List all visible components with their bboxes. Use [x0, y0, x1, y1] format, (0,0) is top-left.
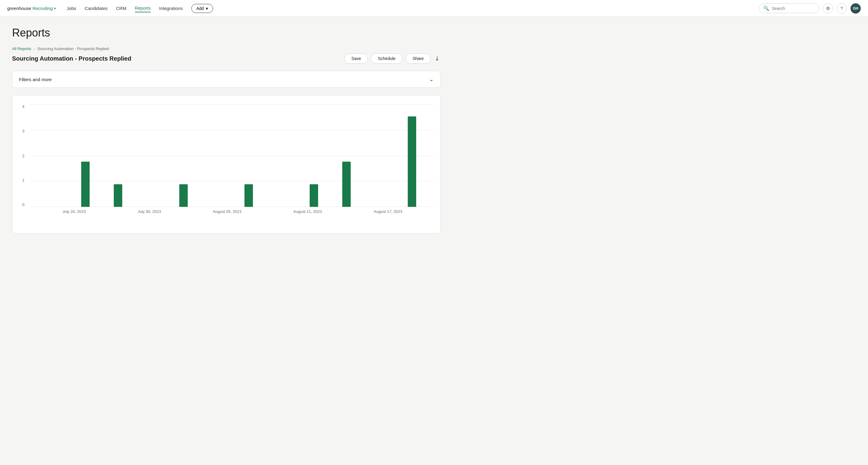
y-label-3: 3 [16, 129, 25, 133]
y-label-0: 0 [16, 202, 25, 207]
add-chevron-icon: ▾ [206, 6, 208, 11]
chart-container: 4 3 2 1 0 July 24, 2023 July 30, 2023 Au [12, 95, 441, 234]
nav-reports[interactable]: Reports [135, 4, 151, 12]
breadcrumb: All Reports › Sourcing Automation - Pros… [12, 46, 441, 51]
bar-group-4 [179, 184, 188, 207]
y-axis: 4 3 2 1 0 [16, 104, 25, 207]
settings-button[interactable]: ⚙ [823, 3, 833, 13]
nav-integrations[interactable]: Integrations [159, 4, 183, 12]
nav-links: Jobs Candidates CRM Reports Integrations… [67, 4, 750, 13]
bar-group-6 [245, 184, 253, 207]
x-label-3: August 11, 2023 [293, 209, 322, 214]
avatar[interactable]: GH [850, 3, 861, 13]
bar-8 [310, 184, 318, 207]
breadcrumb-all-reports[interactable]: All Reports [12, 46, 31, 51]
report-header: Sourcing Automation - Prospects Replied … [12, 54, 441, 64]
bars-area [30, 104, 434, 207]
bar-group-9 [342, 162, 351, 207]
x-axis: July 24, 2023 July 30, 2023 August 05, 2… [30, 207, 434, 219]
save-button[interactable]: Save [344, 54, 368, 64]
report-actions: Save Schedule Share ⤓ [344, 54, 441, 64]
bar-2 [114, 184, 122, 207]
download-icon: ⤓ [435, 56, 439, 62]
search-box[interactable]: 🔍 [759, 3, 819, 13]
nav-crm[interactable]: CRM [116, 4, 126, 12]
nav-candidates[interactable]: Candidates [85, 4, 108, 12]
schedule-button[interactable]: Schedule [371, 54, 402, 64]
download-button[interactable]: ⤓ [434, 54, 441, 63]
y-label-2: 2 [16, 154, 25, 158]
y-label-1: 1 [16, 178, 25, 182]
page-content: Reports All Reports › Sourcing Automatio… [0, 17, 453, 243]
help-icon: ? [840, 6, 843, 11]
share-button[interactable]: Share [406, 54, 431, 64]
x-label-0: July 24, 2023 [62, 209, 86, 214]
bar-group-2 [114, 184, 122, 207]
nav-right: 🔍 ⚙ ? GH [759, 3, 861, 13]
logo[interactable]: greenhouse Recruiting ▾ [7, 6, 56, 11]
search-icon: 🔍 [763, 5, 769, 11]
page-title: Reports [12, 27, 441, 39]
bar-group-1 [81, 162, 90, 207]
add-button[interactable]: Add ▾ [191, 4, 213, 13]
filters-label: Filters and more [19, 77, 52, 82]
logo-highlight: Recruiting [32, 6, 53, 11]
bar-4 [179, 184, 188, 207]
breadcrumb-separator: › [34, 46, 35, 51]
chevron-down-icon: ⌄ [429, 76, 434, 82]
x-label-1: July 30, 2023 [137, 209, 161, 214]
x-label-4: August 17, 2023 [374, 209, 402, 214]
breadcrumb-current: Sourcing Automation - Prospects Replied [37, 46, 109, 51]
y-label-4: 4 [16, 104, 25, 109]
x-label-2: August 05, 2023 [213, 209, 242, 214]
logo-text: greenhouse Recruiting [7, 6, 53, 11]
help-button[interactable]: ? [837, 3, 847, 13]
settings-icon: ⚙ [826, 6, 830, 11]
top-navigation: greenhouse Recruiting ▾ Jobs Candidates … [0, 0, 868, 17]
nav-jobs[interactable]: Jobs [67, 4, 76, 12]
search-input[interactable] [772, 6, 814, 11]
chart-area: 4 3 2 1 0 July 24, 2023 July 30, 2023 Au [30, 104, 434, 219]
bar-11 [408, 117, 416, 207]
bar-6 [245, 184, 253, 207]
report-title: Sourcing Automation - Prospects Replied [12, 55, 131, 62]
bar-9 [342, 162, 351, 207]
filters-bar[interactable]: Filters and more ⌄ [12, 71, 441, 88]
bar-group-11 [408, 117, 416, 207]
logo-chevron-icon: ▾ [54, 6, 56, 10]
bar-1 [81, 162, 90, 207]
bar-group-8 [310, 184, 318, 207]
